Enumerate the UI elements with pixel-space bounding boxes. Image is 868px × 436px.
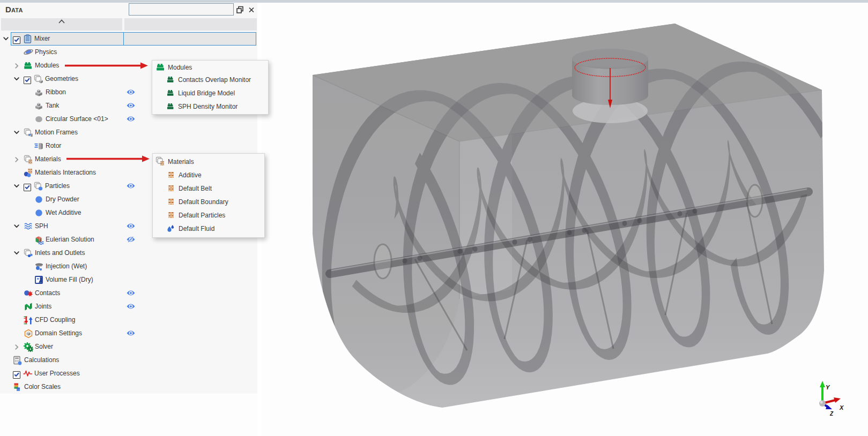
svg-text:Y: Y bbox=[826, 384, 830, 390]
svg-text:X: X bbox=[839, 404, 844, 411]
svg-text:Z: Z bbox=[829, 411, 834, 417]
